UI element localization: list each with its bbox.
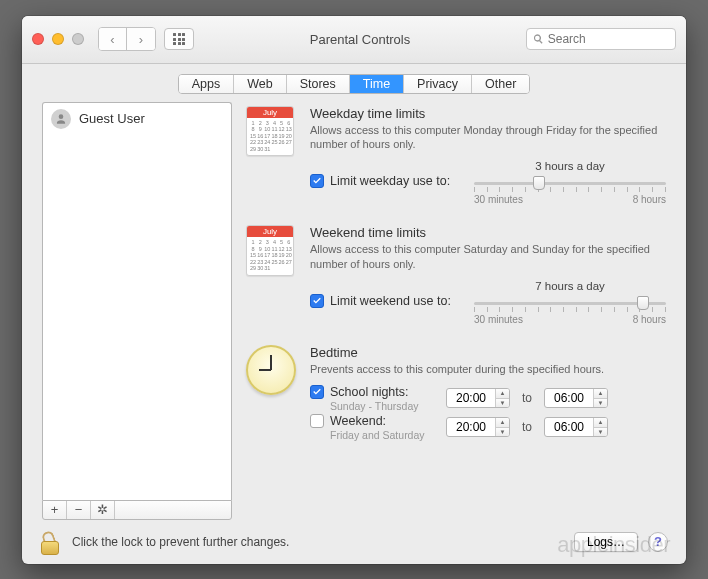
checkbox-icon: [310, 414, 324, 428]
tab-stores[interactable]: Stores: [287, 75, 350, 93]
weekend-to-time[interactable]: ▲▼: [544, 417, 608, 437]
remove-user-button[interactable]: −: [67, 501, 91, 519]
zoom-button: [72, 33, 84, 45]
clock-icon: [246, 345, 296, 395]
calendar-icon: July 12345678910111213141516171819202122…: [246, 225, 294, 276]
weekend-desc: Allows access to this computer Saturday …: [310, 242, 666, 272]
step-up-icon[interactable]: ▲: [496, 418, 509, 428]
tab-time[interactable]: Time: [350, 75, 404, 93]
slider-thumb[interactable]: [637, 296, 649, 310]
checkbox-icon: [310, 385, 324, 399]
school-nights-checkbox[interactable]: School nights:: [310, 385, 438, 399]
weekday-desc: Allows access to this computer Monday th…: [310, 123, 666, 153]
step-down-icon[interactable]: ▼: [594, 428, 607, 437]
weekday-title: Weekday time limits: [310, 106, 666, 121]
user-row[interactable]: Guest User: [43, 103, 231, 135]
sidebar-toolbar: + − ✲: [42, 500, 232, 520]
window-title: Parental Controls: [310, 32, 410, 47]
tab-other[interactable]: Other: [472, 75, 529, 93]
user-name: Guest User: [79, 111, 145, 126]
school-from-time[interactable]: ▲▼: [446, 388, 510, 408]
search-field[interactable]: [526, 28, 676, 50]
calendar-icon: July 12345678910111213141516171819202122…: [246, 106, 294, 157]
show-all-button[interactable]: [164, 28, 194, 50]
tab-bar: Apps Web Stores Time Privacy Other: [22, 64, 686, 102]
weekend-nights-checkbox[interactable]: Weekend:: [310, 414, 438, 428]
tab-privacy[interactable]: Privacy: [404, 75, 472, 93]
help-button[interactable]: ?: [648, 532, 668, 552]
weekday-slider[interactable]: [474, 174, 666, 192]
checkbox-icon: [310, 294, 324, 308]
add-user-button[interactable]: +: [43, 501, 67, 519]
school-nights-row: School nights: Sunday - Thursday ▲▼ to ▲…: [310, 385, 666, 412]
bedtime-title: Bedtime: [310, 345, 666, 360]
step-up-icon[interactable]: ▲: [496, 389, 509, 399]
school-to-time[interactable]: ▲▼: [544, 388, 608, 408]
step-down-icon[interactable]: ▼: [594, 399, 607, 408]
nav-back-forward: ‹ ›: [98, 27, 156, 51]
step-up-icon[interactable]: ▲: [594, 418, 607, 428]
bedtime-desc: Prevents access to this computer during …: [310, 362, 666, 377]
weekday-section: July 12345678910111213141516171819202122…: [246, 102, 666, 220]
weekend-from-time[interactable]: ▲▼: [446, 417, 510, 437]
weekend-section: July 12345678910111213141516171819202122…: [246, 219, 666, 339]
search-input[interactable]: [548, 32, 669, 46]
lock-text: Click the lock to prevent further change…: [72, 535, 289, 549]
user-list[interactable]: Guest User: [42, 102, 232, 500]
checkbox-icon: [310, 174, 324, 188]
prefpane-window: ‹ › Parental Controls Apps Web Stores Ti…: [22, 16, 686, 564]
school-nights-sub: Sunday - Thursday: [330, 400, 438, 412]
footer: Click the lock to prevent further change…: [22, 520, 686, 564]
bedtime-section: Bedtime Prevents access to this computer…: [246, 339, 666, 457]
sidebar-action-button[interactable]: ✲: [91, 501, 115, 519]
weekend-nights-sub: Friday and Saturday: [330, 429, 438, 441]
user-avatar-icon: [51, 109, 71, 129]
back-button[interactable]: ‹: [99, 28, 127, 50]
time-settings-panel: July 12345678910111213141516171819202122…: [246, 102, 670, 520]
weekday-limit-checkbox[interactable]: Limit weekday use to:: [310, 160, 450, 188]
close-button[interactable]: [32, 33, 44, 45]
window-controls: [32, 33, 84, 45]
forward-button[interactable]: ›: [127, 28, 155, 50]
grid-icon: [173, 33, 185, 45]
minimize-button[interactable]: [52, 33, 64, 45]
step-down-icon[interactable]: ▼: [496, 428, 509, 437]
weekend-title: Weekend time limits: [310, 225, 666, 240]
search-icon: [533, 33, 544, 45]
stepper[interactable]: ▲▼: [593, 389, 607, 407]
weekend-slider[interactable]: [474, 294, 666, 312]
step-up-icon[interactable]: ▲: [594, 389, 607, 399]
user-sidebar: Guest User + − ✲: [42, 102, 232, 520]
slider-thumb[interactable]: [533, 176, 545, 190]
step-down-icon[interactable]: ▼: [496, 399, 509, 408]
lock-icon[interactable]: [40, 529, 62, 555]
titlebar: ‹ › Parental Controls: [22, 16, 686, 64]
weekend-value-label: 7 hours a day: [474, 280, 666, 292]
logs-button[interactable]: Logs…: [574, 532, 638, 552]
weekend-limit-checkbox[interactable]: Limit weekend use to:: [310, 280, 451, 308]
tab-web[interactable]: Web: [234, 75, 286, 93]
weekend-nights-row: Weekend: Friday and Saturday ▲▼ to ▲▼: [310, 414, 666, 441]
stepper[interactable]: ▲▼: [593, 418, 607, 436]
gear-icon: ✲: [97, 502, 108, 517]
stepper[interactable]: ▲▼: [495, 389, 509, 407]
weekday-value-label: 3 hours a day: [474, 160, 666, 172]
stepper[interactable]: ▲▼: [495, 418, 509, 436]
tab-apps[interactable]: Apps: [179, 75, 235, 93]
